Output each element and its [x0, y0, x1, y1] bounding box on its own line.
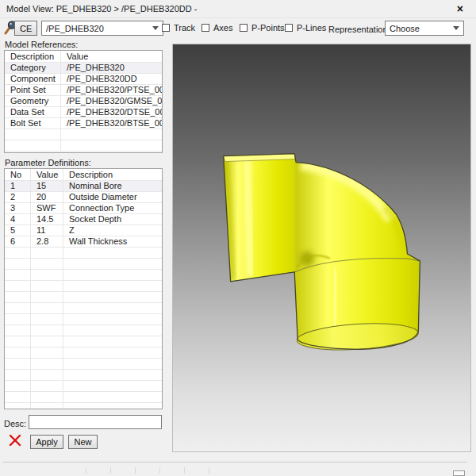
- table-cell: [5, 381, 31, 392]
- model-references-label: Model References:: [5, 40, 78, 49]
- apply-button[interactable]: Apply: [30, 435, 63, 449]
- table-cell: 20: [31, 192, 63, 203]
- scrollbar-grip[interactable]: [453, 470, 465, 476]
- table-cell: [31, 370, 63, 381]
- table-cell: /PE_DHEB320/BTSE_001: [61, 118, 163, 129]
- table-row[interactable]: [5, 359, 162, 370]
- table-cell: [5, 314, 31, 325]
- table-cell: [5, 303, 31, 314]
- table-cell: [31, 314, 63, 325]
- table-cell: [5, 281, 31, 292]
- model-references-table: DescriptionValueCategory/PE_DHEB320Compo…: [4, 50, 163, 153]
- 3d-viewport[interactable]: [172, 44, 471, 452]
- table-row[interactable]: [5, 292, 162, 303]
- table-cell: [31, 325, 63, 336]
- table-cell: 5: [5, 225, 31, 236]
- table-row[interactable]: [5, 314, 162, 325]
- table-cell: /PE_DHEB320/PTSE_001: [61, 85, 163, 96]
- table-row[interactable]: 3SWFConnection Type: [5, 203, 162, 214]
- model-select[interactable]: /PE_DHEB320: [41, 21, 163, 36]
- chevron-down-icon: [453, 26, 459, 30]
- table-row[interactable]: [5, 270, 162, 281]
- table-cell: Point Set: [5, 85, 61, 96]
- table-row[interactable]: [5, 403, 162, 410]
- table-cell: [31, 347, 63, 359]
- table-cell: /PE_DHEB320/GMSE_001: [61, 96, 163, 107]
- table-row[interactable]: 220Outside Diameter: [5, 192, 162, 203]
- desc-input[interactable]: [29, 415, 162, 429]
- table-row[interactable]: Point Set/PE_DHEB320/PTSE_001: [5, 85, 162, 96]
- table-row[interactable]: [5, 281, 162, 292]
- table-row[interactable]: [5, 129, 162, 140]
- table-cell: 15: [31, 181, 63, 192]
- ce-button[interactable]: CE: [14, 21, 37, 36]
- checkbox-box[interactable]: [240, 24, 248, 32]
- table-row[interactable]: [5, 325, 162, 336]
- table-row[interactable]: 414.5Socket Depth: [5, 214, 162, 225]
- table-row: NoValueDescription: [5, 169, 162, 181]
- representation-select[interactable]: Choose: [385, 21, 464, 36]
- table-cell: [31, 392, 63, 403]
- table-row[interactable]: 115Nominal Bore: [5, 181, 162, 192]
- table-row[interactable]: [5, 303, 162, 314]
- model-select-value: /PE_DHEB320: [46, 24, 104, 33]
- table-row[interactable]: 511Z: [5, 225, 162, 236]
- close-icon[interactable]: ×: [457, 2, 463, 16]
- elbow-model-canvas: [173, 44, 470, 451]
- table-cell: [31, 281, 63, 292]
- table-row[interactable]: [5, 381, 162, 392]
- table-cell: [5, 325, 31, 336]
- table-row[interactable]: Data Set/PE_DHEB320/DTSE_001: [5, 107, 162, 118]
- table-row[interactable]: [5, 259, 162, 270]
- elbow-model[interactable]: [224, 154, 420, 353]
- table-cell: 1: [5, 181, 31, 192]
- table-row[interactable]: [5, 370, 162, 381]
- table-row[interactable]: 62.8Wall Thickness: [5, 236, 162, 248]
- table-row[interactable]: [5, 347, 162, 359]
- checkbox-box[interactable]: [285, 24, 293, 32]
- table-cell: [63, 336, 163, 347]
- table-row[interactable]: Component/PE_DHEB320DD: [5, 74, 162, 85]
- table-cell: [31, 248, 63, 259]
- table-row[interactable]: [5, 140, 162, 152]
- table-cell: SWF: [31, 203, 63, 214]
- table-row[interactable]: Bolt Set/PE_DHEB320/BTSE_001: [5, 118, 162, 129]
- table-row[interactable]: [5, 392, 162, 403]
- checkbox-p-lines[interactable]: P-Lines: [285, 23, 326, 33]
- table-cell: [31, 303, 63, 314]
- table-cell: Nominal Bore: [63, 181, 163, 192]
- table-cell: [5, 403, 31, 410]
- checkbox-box[interactable]: [202, 24, 209, 32]
- checkbox-p-points[interactable]: P-Points: [240, 23, 285, 33]
- table-cell: Value: [61, 51, 163, 63]
- dismiss-x-icon[interactable]: [9, 434, 21, 447]
- table-cell: [5, 248, 31, 259]
- parameter-definitions-label: Parameter Definitions:: [5, 158, 91, 167]
- table-cell: Socket Depth: [63, 214, 163, 225]
- table-cell: 2: [5, 192, 31, 203]
- table-cell: [63, 314, 163, 325]
- model-view-dialog: { "window": { "title": "Model View: PE_D…: [0, 0, 476, 476]
- table-cell: [63, 303, 163, 314]
- table-row[interactable]: Category/PE_DHEB320: [5, 63, 162, 74]
- table-cell: Outside Diameter: [63, 192, 163, 203]
- table-cell: /PE_DHEB320DD: [61, 74, 163, 85]
- table-cell: [5, 347, 31, 359]
- table-row[interactable]: Geometry/PE_DHEB320/GMSE_001: [5, 96, 162, 107]
- chevron-down-icon: [152, 26, 159, 30]
- table-cell: [31, 292, 63, 303]
- table-row[interactable]: [5, 248, 162, 259]
- table-cell: [61, 140, 163, 152]
- table-cell: Value: [31, 169, 63, 181]
- table-row[interactable]: [5, 336, 162, 347]
- representation-label: Representation: [328, 25, 388, 34]
- table-cell: [63, 392, 163, 403]
- table-cell: 4: [5, 214, 31, 225]
- checkbox-track[interactable]: Track: [162, 23, 195, 33]
- table-cell: Category: [5, 63, 61, 74]
- checkbox-axes[interactable]: Axes: [202, 23, 232, 33]
- table-cell: [5, 370, 31, 381]
- checkbox-box[interactable]: [162, 24, 170, 32]
- new-button[interactable]: New: [68, 435, 98, 449]
- table-cell: [5, 292, 31, 303]
